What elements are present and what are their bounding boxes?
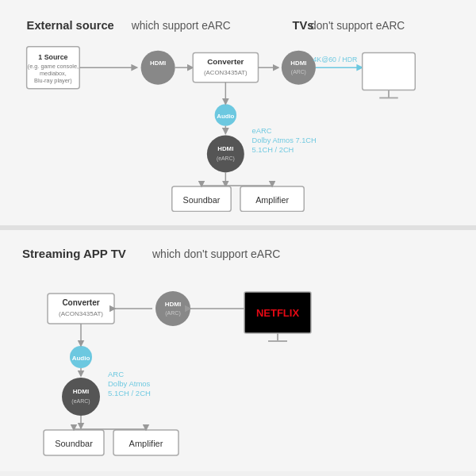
svg-text:Converter: Converter: [62, 298, 99, 307]
svg-rect-69: [44, 430, 104, 455]
svg-text:(ARC): (ARC): [165, 310, 180, 317]
svg-text:(ACON3435AT): (ACON3435AT): [59, 310, 103, 317]
svg-text:Blu-ray player): Blu-ray player): [34, 77, 72, 84]
svg-point-10: [141, 51, 175, 85]
svg-text:TVs: TVs: [293, 19, 314, 32]
svg-text:HDMI: HDMI: [217, 145, 233, 152]
svg-text:(ARC): (ARC): [291, 69, 306, 75]
svg-text:1 Source: 1 Source: [38, 53, 67, 61]
svg-point-28: [207, 135, 244, 172]
svg-point-58: [70, 346, 92, 368]
svg-text:which support eARC: which support eARC: [131, 20, 231, 32]
svg-text:Audio: Audio: [72, 355, 90, 362]
svg-text:eARC: eARC: [252, 127, 272, 135]
svg-text:Soundbar: Soundbar: [183, 195, 221, 205]
svg-rect-13: [193, 53, 258, 83]
svg-text:Dolby Atmos: Dolby Atmos: [108, 379, 151, 388]
svg-point-17: [282, 51, 316, 85]
svg-text:5.1CH / 2CH: 5.1CH / 2CH: [108, 389, 151, 397]
svg-rect-46: [48, 294, 114, 324]
svg-text:Dolby Atmos 7.1CH: Dolby Atmos 7.1CH: [252, 136, 317, 144]
svg-text:External source: External source: [27, 19, 114, 32]
svg-text:which don't support eARC: which don't support eARC: [152, 248, 280, 260]
svg-text:Soundbar: Soundbar: [55, 439, 93, 448]
svg-text:5.1CH / 2CH: 5.1CH / 2CH: [252, 146, 294, 154]
svg-text:Converter: Converter: [207, 57, 244, 66]
top-panel: External source which support eARC TVs d…: [0, 0, 476, 230]
svg-text:HDMI: HDMI: [150, 60, 166, 67]
svg-rect-38: [240, 186, 304, 211]
svg-rect-54: [244, 292, 311, 333]
svg-text:4K@60 / HDR: 4K@60 / HDR: [313, 56, 357, 63]
svg-text:(e.g. game console,: (e.g. game console,: [28, 63, 79, 70]
svg-point-50: [155, 291, 190, 326]
svg-text:(ACON3435AT): (ACON3435AT): [204, 69, 248, 76]
svg-text:don't support eARC: don't support eARC: [310, 20, 405, 32]
svg-text:Streaming APP TV: Streaming APP TV: [22, 247, 126, 260]
bottom-panel: Streaming APP TV which don't support eAR…: [0, 230, 476, 471]
svg-point-62: [62, 378, 100, 416]
svg-text:HDMI: HDMI: [165, 301, 181, 308]
svg-text:ARC: ARC: [108, 370, 124, 378]
svg-text:mediabox,: mediabox,: [40, 70, 67, 77]
svg-text:Audio: Audio: [217, 113, 234, 120]
svg-text:(eARC): (eARC): [71, 398, 90, 405]
svg-text:Amplifier: Amplifier: [129, 439, 163, 448]
svg-rect-36: [172, 186, 231, 211]
svg-text:Amplifier: Amplifier: [255, 195, 289, 205]
svg-text:HDMI: HDMI: [290, 60, 306, 67]
svg-point-25: [215, 104, 236, 125]
svg-rect-4: [27, 47, 80, 89]
svg-text:(eARC): (eARC): [217, 155, 235, 162]
svg-rect-71: [113, 430, 178, 455]
svg-rect-22: [363, 53, 416, 90]
svg-text:HDMI: HDMI: [73, 388, 89, 395]
svg-text:NETFLIX: NETFLIX: [256, 307, 299, 319]
